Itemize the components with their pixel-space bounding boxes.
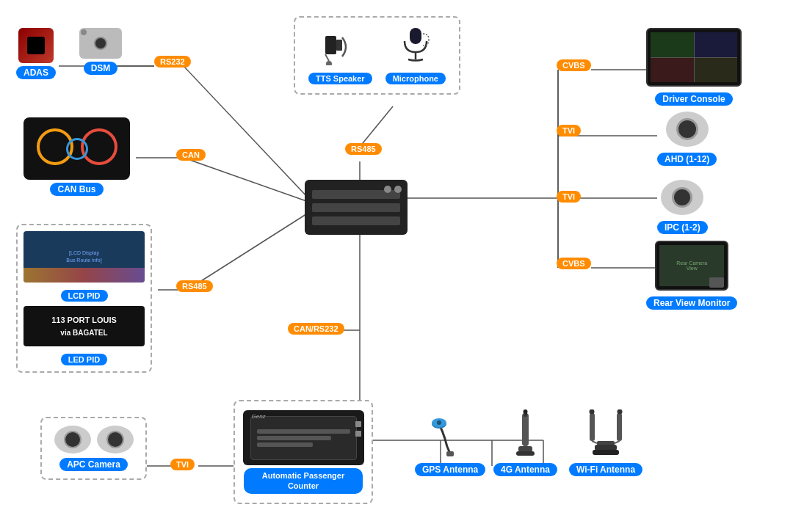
adas-node: ADAS	[16, 28, 56, 79]
svg-rect-38	[522, 413, 529, 446]
svg-line-2	[184, 66, 308, 198]
apc-node: Genz Automatic Passenger Counter	[233, 400, 373, 504]
rear-monitor-node: Rear CameraView Rear View Monitor	[646, 241, 737, 310]
wifi-antenna-node: Wi-Fi Antenna	[569, 409, 642, 476]
apc-camera-label: APC Camera	[59, 458, 128, 471]
ipc-label: IPC (1-2)	[657, 221, 708, 234]
svg-rect-28	[325, 36, 336, 54]
cvbs-top-label: CVBS	[557, 58, 591, 71]
rs232-label: RS232	[154, 54, 191, 68]
4g-antenna-node: 4G Antenna	[493, 409, 557, 476]
wifi-antenna-label: Wi-Fi Antenna	[569, 463, 642, 476]
driver-console-node: Driver Console	[646, 28, 742, 106]
tvi-mid1-label: TVI	[557, 123, 581, 136]
tts-speaker-label: TTS Speaker	[308, 73, 372, 84]
can-rs232-label: CAN/RS232	[288, 321, 344, 335]
svg-rect-48	[595, 445, 617, 451]
svg-rect-29	[336, 40, 342, 51]
cvbs-bot-label: CVBS	[557, 256, 591, 269]
svg-rect-43	[590, 413, 595, 441]
microphone-label: Microphone	[385, 73, 446, 84]
svg-point-30	[326, 61, 332, 65]
audio-box: TTS Speaker Microphone	[294, 16, 460, 95]
svg-point-42	[523, 409, 527, 414]
gps-antenna-label: GPS Antenna	[415, 463, 485, 476]
driver-console-label: Driver Console	[655, 92, 732, 106]
ahd-label: AHD (1-12)	[657, 153, 717, 166]
canbus-node: CAN Bus	[23, 117, 130, 196]
dvr-unit	[305, 180, 408, 235]
lcd-pid-label: LCD PID	[61, 290, 108, 302]
svg-rect-40	[518, 446, 532, 452]
apc-camera-node: APC Camera	[40, 417, 147, 480]
dsm-node: DSM	[79, 28, 122, 75]
can-label: CAN	[176, 147, 206, 161]
svg-rect-45	[617, 413, 622, 441]
pid-box: [LCD DisplayBus Route Info] LCD PID 113 …	[16, 224, 152, 373]
svg-line-50	[592, 441, 597, 443]
svg-rect-41	[516, 451, 535, 456]
canbus-label: CAN Bus	[50, 183, 103, 196]
rs485-center-label: RS485	[345, 142, 382, 155]
svg-rect-37	[446, 451, 454, 456]
adas-label: ADAS	[16, 66, 56, 79]
4g-antenna-label: 4G Antenna	[493, 463, 557, 476]
svg-line-31	[325, 54, 329, 61]
led-pid-label: LED PID	[61, 354, 107, 365]
svg-line-51	[615, 441, 620, 443]
gps-antenna-node: GPS Antenna	[415, 409, 485, 476]
tvi-bottom-label: TVI	[170, 457, 195, 470]
rs485-left-label: RS485	[176, 279, 213, 292]
ahd-node: AHD (1-12)	[657, 112, 717, 166]
svg-line-7	[360, 106, 393, 147]
apc-label: Automatic Passenger Counter	[244, 468, 363, 494]
svg-line-4	[184, 158, 308, 202]
tvi-mid2-label: TVI	[557, 189, 581, 203]
svg-point-36	[437, 420, 441, 425]
rear-monitor-label: Rear View Monitor	[646, 296, 737, 310]
svg-rect-32	[410, 28, 421, 44]
svg-rect-49	[593, 450, 619, 455]
system-diagram: RS232 CAN RS485 RS485 CAN/RS232 TVI CVBS…	[0, 0, 793, 532]
ipc-node: IPC (1-2)	[657, 180, 708, 234]
dsm-label: DSM	[84, 62, 118, 75]
